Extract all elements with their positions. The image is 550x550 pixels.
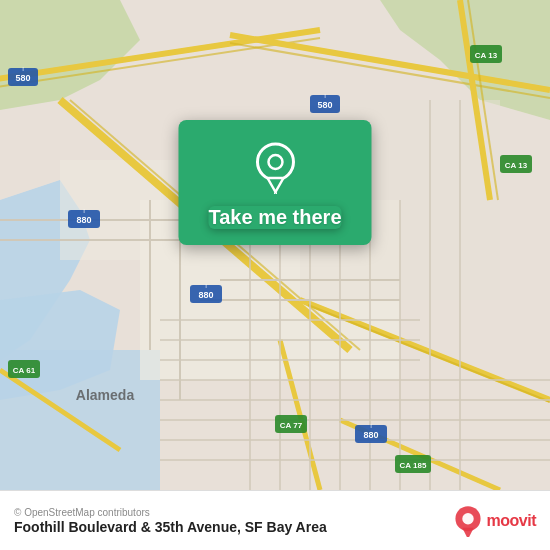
bottom-bar: © OpenStreetMap contributors Foothill Bo… xyxy=(0,490,550,550)
moovit-icon xyxy=(452,505,484,537)
svg-point-71 xyxy=(268,155,282,169)
location-label: Foothill Boulevard & 35th Avenue, SF Bay… xyxy=(14,519,327,535)
svg-text:CA 77: CA 77 xyxy=(280,421,303,430)
svg-point-76 xyxy=(462,513,473,524)
svg-text:CA 13: CA 13 xyxy=(475,51,498,60)
take-me-there-button[interactable]: Take me there xyxy=(208,206,341,229)
svg-text:CA 61: CA 61 xyxy=(13,366,36,375)
svg-text:CA 185: CA 185 xyxy=(400,461,427,470)
svg-text:880: 880 xyxy=(363,430,378,440)
map-attribution: © OpenStreetMap contributors xyxy=(14,507,327,518)
svg-text:580: 580 xyxy=(15,73,30,83)
svg-text:880: 880 xyxy=(76,215,91,225)
svg-text:Alameda: Alameda xyxy=(76,387,135,403)
moovit-text: moovit xyxy=(487,512,536,530)
svg-text:580: 580 xyxy=(317,100,332,110)
cta-container: Take me there xyxy=(178,120,371,245)
map-container: 580 I 580 I CA 13 CA 13 880 I 880 I 880 … xyxy=(0,0,550,490)
svg-text:CA 13: CA 13 xyxy=(505,161,528,170)
svg-point-70 xyxy=(257,144,293,180)
map-background: 580 I 580 I CA 13 CA 13 880 I 880 I 880 … xyxy=(0,0,550,490)
moovit-logo: moovit xyxy=(452,505,536,537)
svg-marker-77 xyxy=(462,527,473,536)
location-pin-icon xyxy=(245,138,305,198)
svg-text:880: 880 xyxy=(198,290,213,300)
bottom-text-container: © OpenStreetMap contributors Foothill Bo… xyxy=(14,507,327,535)
